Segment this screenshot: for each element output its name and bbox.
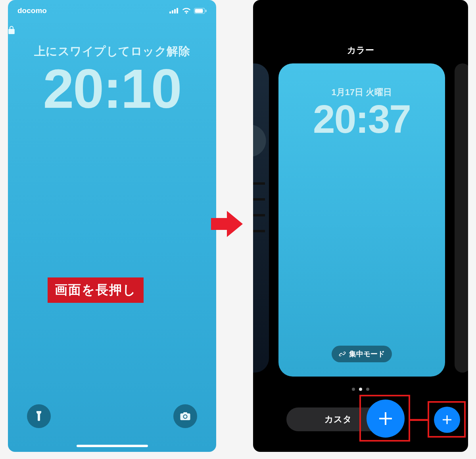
svg-rect-3	[177, 8, 178, 13]
svg-rect-1	[172, 10, 173, 13]
svg-rect-2	[174, 9, 176, 13]
link-icon	[339, 350, 346, 358]
arrow-icon	[209, 206, 245, 242]
home-indicator[interactable]	[77, 445, 148, 447]
focus-mode-label: 集中モード	[349, 349, 385, 359]
wallpaper-card-next[interactable]	[455, 63, 468, 373]
status-right	[169, 8, 207, 14]
lock-bottom-actions	[8, 404, 216, 428]
page-dot-active	[359, 388, 362, 391]
swipe-hint: 上にスワイプしてロック解除	[8, 44, 216, 59]
svg-rect-6	[205, 10, 207, 12]
camera-button[interactable]	[173, 404, 197, 428]
customize-label: カスタ	[324, 413, 352, 425]
camera-icon	[180, 412, 191, 421]
svg-rect-5	[195, 9, 203, 13]
preview-time: 20:37	[313, 98, 411, 140]
wifi-icon	[182, 8, 191, 14]
flashlight-button[interactable]	[27, 404, 51, 428]
svg-rect-0	[169, 11, 171, 13]
page-dot	[352, 388, 355, 391]
carrier-label: docomo	[17, 6, 47, 15]
instruction-callout: 画面を長押し	[48, 277, 144, 303]
highlight-box	[359, 395, 410, 442]
signal-icon	[169, 8, 179, 13]
highlight-connector	[410, 419, 428, 421]
lock-screen[interactable]: docomo 上にスワイプしてロック解除 20:10 画面を長押し	[8, 0, 216, 452]
wallpaper-gallery[interactable]: カラー 1月17日 火曜日 20:37 集中モード カスタ	[253, 0, 468, 452]
lock-icon	[8, 25, 216, 35]
flashlight-icon	[35, 411, 43, 422]
page-dot	[366, 388, 369, 391]
lock-time: 20:10	[8, 61, 216, 117]
status-bar: docomo	[8, 0, 216, 17]
highlight-box	[428, 401, 466, 438]
battery-icon	[194, 8, 207, 14]
page-dots	[253, 388, 468, 391]
wallpaper-card-prev[interactable]	[253, 63, 269, 373]
wallpaper-card-current[interactable]: 1月17日 火曜日 20:37 集中モード	[278, 63, 445, 377]
gallery-title: カラー	[253, 44, 468, 56]
focus-mode-button[interactable]: 集中モード	[332, 346, 392, 362]
wallpaper-carousel[interactable]: 1月17日 火曜日 20:37 集中モード	[253, 63, 468, 381]
